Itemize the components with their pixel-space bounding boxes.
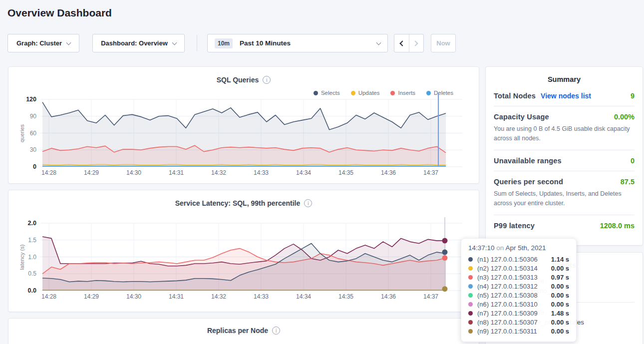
node-address: (n6) 127.0.0.1:50310 (477, 301, 551, 308)
tooltip-node-row: (n7) 127.0.0.1:503091.48 s (468, 309, 569, 318)
summary-value: 0 (631, 157, 635, 165)
chart-hover-tooltip: 14:37:10 on Apr 5th, 2021 (n1) 127.0.0.1… (461, 238, 577, 342)
summary-title: Summary (494, 67, 635, 85)
replicas-per-node-title: Replicas per Node i (8, 327, 479, 335)
node-address: (n3) 127.0.0.1:50313 (477, 274, 551, 281)
service-latency-chart[interactable] (40, 223, 462, 291)
y-axis-ticks: 0306090120 (14, 99, 36, 167)
chart-title-text: SQL Queries (217, 76, 259, 84)
node-latency-value: 1.14 s (551, 256, 569, 263)
node-address: (n1) 127.0.0.1:50306 (477, 256, 551, 263)
node-latency-value: 0.00 s (551, 328, 569, 335)
node-color-dot-icon (468, 302, 473, 307)
tooltip-node-row: (n6) 127.0.0.1:503100.00 s (468, 300, 569, 309)
chevron-down-icon (376, 40, 381, 45)
tooltip-on: on (496, 244, 504, 252)
node-latency-value: 0.00 s (551, 319, 569, 326)
node-latency-value: 0.00 s (551, 265, 569, 272)
service-latency-plot[interactable]: latency (s) 0.00.51.01.52.0 14:2814:2914… (40, 223, 462, 291)
tooltip-node-row: (n5) 127.0.0.1:503080.00 s (468, 291, 569, 300)
legend-item-updates[interactable]: Updates (351, 90, 380, 96)
time-range-select[interactable]: 10m Past 10 Minutes (207, 34, 388, 52)
selects-dot-icon (314, 91, 318, 95)
legend-label: Deletes (434, 90, 453, 96)
node-latency-value: 0.00 s (551, 283, 569, 290)
node-address: (n2) 127.0.0.1:50314 (477, 265, 551, 272)
chart-title-text: Replicas per Node (207, 327, 268, 335)
summary-value: 1208.0 ms (600, 222, 635, 230)
prev-time-button[interactable] (394, 34, 409, 52)
tooltip-node-row: (n9) 127.0.0.1:503110.00 s (468, 327, 569, 336)
tooltip-date: Apr 5th, 2021 (505, 244, 546, 252)
tooltip-timestamp: 14:37:10 on Apr 5th, 2021 (468, 244, 569, 252)
node-address: (n7) 127.0.0.1:50309 (477, 310, 551, 317)
summary-row-capacity: Capacity Usage 0.00% You are using 0 B o… (494, 106, 635, 150)
dashboard-dropdown[interactable]: Dashboard: Overview (92, 34, 185, 52)
next-time-button[interactable] (409, 34, 424, 52)
legend-item-deletes[interactable]: Deletes (426, 90, 453, 96)
node-address: (n8) 127.0.0.1:50307 (477, 319, 551, 326)
node-color-dot-icon (468, 293, 473, 298)
tooltip-time: 14:37:10 (468, 244, 495, 252)
toolbar-divider (197, 35, 197, 51)
tooltip-rows: (n1) 127.0.0.1:503061.14 s(n2) 127.0.0.1… (468, 255, 569, 336)
updates-dot-icon (351, 91, 355, 95)
x-axis-ticks: 14:2814:2914:3014:3114:3214:3314:3414:35… (40, 293, 462, 301)
summary-label: Total Nodes (494, 92, 536, 100)
node-color-dot-icon (468, 311, 473, 316)
chevron-right-icon (413, 40, 418, 46)
chevron-down-icon (172, 40, 177, 45)
sql-queries-card: SQL Queries i Selects Updates Inserts De… (8, 66, 479, 184)
deletes-dot-icon (426, 91, 431, 95)
graph-dropdown[interactable]: Graph: Cluster (7, 34, 79, 52)
node-color-dot-icon (468, 284, 473, 289)
node-latency-value: 0.97 s (551, 274, 569, 281)
tooltip-node-row: (n8) 127.0.0.1:503070.00 s (468, 318, 569, 327)
inserts-dot-icon (390, 91, 395, 95)
replicas-per-node-card: Replicas per Node i (8, 318, 479, 344)
legend-label: Selects (321, 90, 340, 96)
sql-queries-chart[interactable] (40, 99, 462, 167)
view-nodes-list-link[interactable]: View nodes list (541, 92, 591, 100)
summary-value: 87.5 (621, 178, 635, 186)
node-color-dot-icon (468, 266, 473, 271)
legend-item-selects[interactable]: Selects (314, 90, 340, 96)
time-range-label: Past 10 Minutes (240, 39, 291, 47)
time-range-badge: 10m (215, 38, 233, 48)
service-latency-title: Service Latency: SQL, 99th percentile i (8, 199, 479, 207)
summary-value: 0.00% (614, 113, 635, 121)
page-title: Overview Dashboard (7, 7, 112, 19)
info-icon[interactable]: i (263, 76, 271, 84)
legend-item-inserts[interactable]: Inserts (390, 90, 415, 96)
chevron-down-icon (66, 40, 71, 45)
chart-title-text: Service Latency: SQL, 99th percentile (175, 199, 301, 207)
node-latency-value: 0.00 s (551, 292, 569, 299)
node-color-dot-icon (468, 257, 473, 262)
summary-row-qps: Queries per second 87.5 Sum of Selects, … (494, 171, 635, 215)
summary-label: Capacity Usage (494, 113, 549, 121)
sql-queries-plot[interactable]: queries 0306090120 14:2814:2914:3014:311… (40, 99, 462, 167)
summary-panel: Summary Total Nodes View nodes list 9 Ca… (485, 66, 643, 246)
summary-row-p99: P99 latency 1208.0 ms (494, 215, 635, 236)
node-color-dot-icon (468, 329, 473, 334)
now-button[interactable]: Now (431, 34, 456, 52)
info-icon[interactable]: i (272, 327, 280, 335)
tooltip-node-row: (n1) 127.0.0.1:503061.14 s (468, 255, 569, 264)
graph-dropdown-label: Graph: Cluster (16, 39, 62, 47)
info-icon[interactable]: i (304, 199, 312, 207)
chevron-left-icon (399, 40, 405, 46)
tooltip-node-row: (n2) 127.0.0.1:503140.00 s (468, 264, 569, 273)
node-color-dot-icon (468, 275, 473, 280)
node-latency-value: 0.00 s (551, 301, 569, 308)
service-latency-card: Service Latency: SQL, 99th percentile i … (8, 190, 479, 312)
time-step-buttons (394, 34, 424, 52)
summary-label: P99 latency (494, 222, 535, 230)
y-axis-ticks: 0.00.51.01.52.0 (14, 223, 36, 291)
node-color-dot-icon (468, 320, 473, 325)
summary-row-total-nodes: Total Nodes View nodes list 9 (494, 85, 635, 106)
node-address: (n4) 127.0.0.1:50312 (477, 283, 551, 290)
node-address: (n9) 127.0.0.1:50311 (477, 328, 551, 335)
tooltip-node-row: (n4) 127.0.0.1:503120.00 s (468, 282, 569, 291)
summary-label: Queries per second (494, 178, 563, 186)
summary-label: Unavailable ranges (494, 157, 562, 165)
